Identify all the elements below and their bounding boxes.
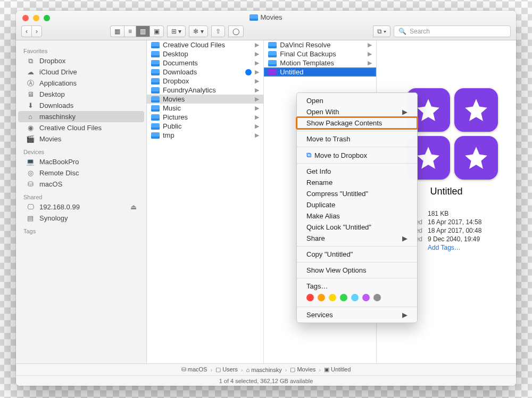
menu-item[interactable]: Open — [297, 95, 417, 106]
tag-color-dot[interactable] — [340, 294, 347, 301]
tags-button[interactable]: ◯ — [228, 26, 244, 37]
path-segment[interactable]: ▢ Users — [215, 366, 238, 373]
file-label: Pictures — [163, 113, 188, 121]
file-label: Downloads — [163, 68, 197, 76]
dropbox-button[interactable]: ⧉ ▾ — [373, 26, 390, 37]
path-segment[interactable]: ⌂ maschinsky — [246, 367, 282, 373]
sync-icon — [245, 69, 252, 75]
sidebar-item[interactable]: ☁iCloud Drive — [18, 66, 144, 78]
file-row[interactable]: Untitled — [264, 67, 376, 77]
menu-item[interactable]: Share▶ — [297, 233, 417, 244]
tag-color-dot[interactable] — [318, 294, 325, 301]
sidebar-item[interactable]: 🖥Desktop — [18, 89, 144, 100]
sidebar-item-icon: ⌂ — [26, 113, 35, 121]
file-row[interactable]: Documents▶ — [147, 58, 263, 67]
file-row[interactable]: Movies▶ — [147, 95, 263, 104]
menu-item-label: Tags… — [306, 282, 328, 290]
tag-color-dot[interactable] — [373, 294, 381, 301]
path-segment[interactable]: ▣ Untitled — [324, 366, 351, 373]
sidebar-item-label: Remote Disc — [39, 169, 79, 177]
file-label: DaVinci Resolve — [280, 41, 330, 49]
chevron-right-icon: ▶ — [255, 105, 259, 112]
sidebar-item[interactable]: 💻MacBookPro — [18, 156, 144, 167]
back-button[interactable]: ‹ — [21, 26, 31, 37]
menu-item-label: Services — [306, 311, 333, 319]
folder-icon — [151, 132, 160, 139]
tag-color-dot[interactable] — [351, 294, 359, 301]
file-row[interactable]: Dropbox▶ — [147, 77, 263, 86]
file-row[interactable]: Pictures▶ — [147, 113, 263, 122]
share-button[interactable]: ⇧ — [211, 26, 225, 37]
chevron-right-icon: ▶ — [255, 114, 259, 121]
menu-item-label: Copy "Untitled" — [306, 250, 353, 258]
menu-item[interactable]: Services▶ — [297, 309, 417, 320]
sidebar-item-label: macOS — [39, 180, 62, 188]
file-label: Final Cut Backups — [280, 50, 336, 58]
file-row[interactable]: Public▶ — [147, 122, 263, 131]
sidebar-item[interactable]: ⌂maschinsky — [18, 111, 144, 122]
menu-item-label: Move to Trash — [306, 135, 350, 143]
folder-icon — [151, 114, 160, 121]
arrange-button[interactable]: ⊞ ▾ — [167, 26, 186, 37]
sidebar-item-icon: ⬇ — [26, 102, 35, 109]
path-segment[interactable]: ▢ Movies — [290, 366, 315, 373]
column-1: Creative Cloud Files▶Desktop▶Documents▶D… — [147, 40, 264, 363]
search-field[interactable]: 🔍 Search — [394, 26, 511, 37]
menu-item[interactable]: Compress "Untitled" — [297, 188, 417, 199]
status-bar: 1 of 4 selected, 362,12 GB available — [16, 375, 516, 386]
sidebar-item[interactable]: 🎬Movies — [18, 133, 144, 145]
file-row[interactable]: tmp▶ — [147, 131, 263, 140]
eject-icon[interactable]: ⏏ — [130, 203, 137, 211]
tag-color-dot[interactable] — [362, 294, 370, 301]
sidebar-item[interactable]: ◎Remote Disc — [18, 167, 144, 179]
sidebar-item[interactable]: ⬇Downloads — [18, 100, 144, 111]
dropbox-icon: ⧉ — [306, 151, 311, 159]
action-button[interactable]: ✻ ▾ — [189, 26, 207, 37]
tag-color-dot[interactable] — [329, 294, 336, 301]
sidebar-item[interactable]: ⛁macOS — [18, 179, 144, 190]
sidebar-item[interactable]: ▤Synology — [18, 213, 144, 224]
file-row[interactable]: FoundryAnalytics▶ — [147, 86, 263, 95]
add-tags-link[interactable]: Add Tags… — [428, 244, 508, 251]
icon-view-button[interactable]: ▦ — [110, 26, 124, 37]
package-icon — [268, 69, 277, 75]
sidebar-item[interactable]: ⧉Dropbox — [18, 55, 144, 66]
chevron-right-icon: ▶ — [368, 60, 372, 66]
menu-item[interactable]: Open With▶ — [297, 106, 417, 117]
sidebar-item-icon: ⛁ — [26, 181, 35, 188]
gallery-view-button[interactable]: ▣ — [149, 26, 164, 37]
sidebar-item-icon: Ⓐ — [26, 80, 35, 87]
menu-item[interactable]: Tags… — [297, 281, 417, 292]
file-row[interactable]: DaVinci Resolve▶ — [264, 40, 376, 49]
path-segment[interactable]: ⛁ macOS — [181, 366, 207, 373]
menu-item[interactable]: ⧉Move to Dropbox — [297, 149, 417, 161]
menu-item[interactable]: Show Package Contents — [297, 117, 417, 129]
file-label: Documents — [163, 59, 198, 67]
file-row[interactable]: Motion Templates▶ — [264, 58, 376, 67]
menu-item[interactable]: Get Info — [297, 166, 417, 177]
file-row[interactable]: Final Cut Backups▶ — [264, 49, 376, 58]
sidebar-item[interactable]: 🖵192.168.0.99⏏ — [18, 201, 144, 213]
sidebar-item[interactable]: ⒶApplications — [18, 78, 144, 89]
file-row[interactable]: Music▶ — [147, 104, 263, 113]
file-row[interactable]: Creative Cloud Files▶ — [147, 40, 263, 49]
menu-item[interactable]: Copy "Untitled" — [297, 249, 417, 260]
file-label: Public — [163, 122, 181, 130]
view-switcher: ▦ ≡ ▥ ▣ — [110, 26, 164, 37]
menu-item[interactable]: Duplicate — [297, 199, 417, 210]
sidebar-item-icon: ⧉ — [26, 57, 35, 65]
tag-color-dot[interactable] — [306, 294, 314, 301]
menu-item[interactable]: Show View Options — [297, 265, 417, 276]
menu-item[interactable]: Move to Trash — [297, 133, 417, 145]
file-row[interactable]: Downloads▶ — [147, 67, 263, 77]
column-view-button[interactable]: ▥ — [136, 26, 149, 37]
imovie-icon — [454, 136, 498, 180]
menu-item[interactable]: Rename — [297, 177, 417, 188]
forward-button[interactable]: › — [31, 26, 42, 37]
menu-item-label: Open — [306, 97, 323, 105]
sidebar-item[interactable]: ◉Creative Cloud Files — [18, 122, 144, 133]
menu-item[interactable]: Make Alias — [297, 210, 417, 222]
menu-item[interactable]: Quick Look "Untitled" — [297, 222, 417, 233]
list-view-button[interactable]: ≡ — [124, 26, 136, 37]
file-row[interactable]: Desktop▶ — [147, 49, 263, 58]
